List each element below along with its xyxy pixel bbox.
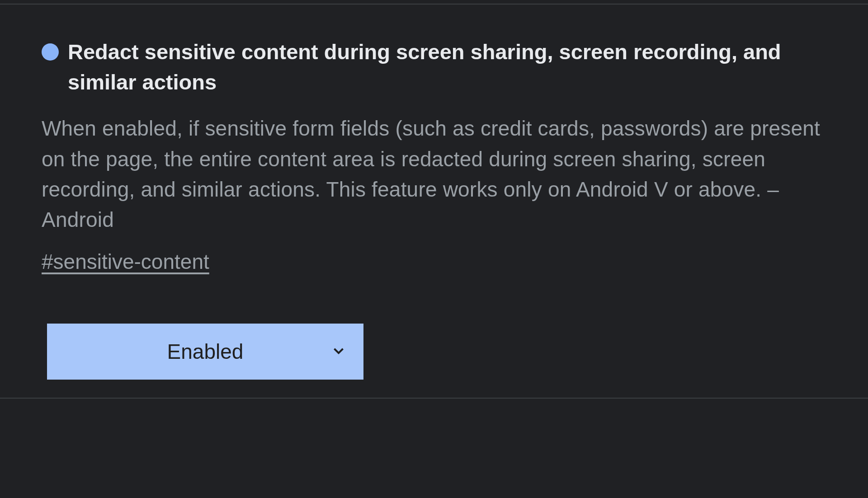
status-dot-icon: [42, 43, 59, 61]
flag-hash-link[interactable]: #sensitive-content: [42, 249, 209, 274]
dropdown-container: Enabled: [47, 324, 826, 380]
flag-description: When enabled, if sensitive form fields (…: [42, 113, 826, 235]
dropdown-selected-label: Enabled: [167, 339, 244, 364]
chevron-down-icon: [330, 343, 347, 361]
flag-state-dropdown[interactable]: Enabled: [47, 324, 363, 380]
flag-title-row: Redact sensitive content during screen s…: [42, 37, 826, 97]
flag-title: Redact sensitive content during screen s…: [68, 37, 826, 97]
flag-entry: Redact sensitive content during screen s…: [0, 4, 868, 399]
